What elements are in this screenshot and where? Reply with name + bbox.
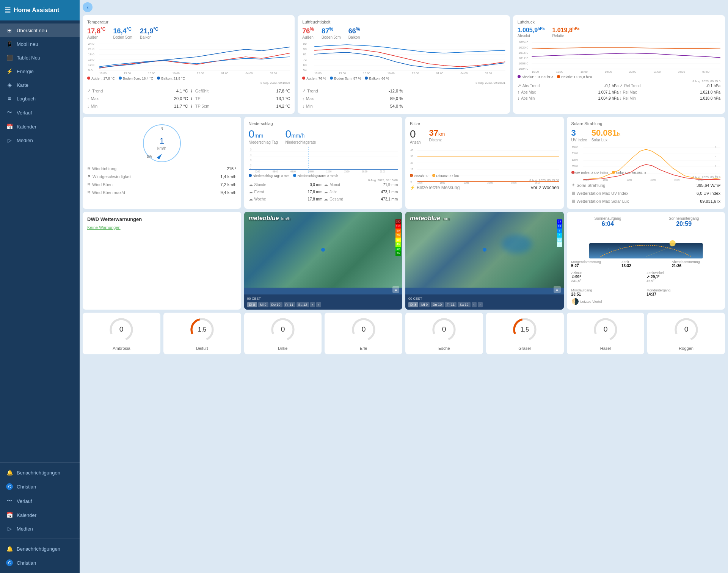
- abs-min-icon: ↓: [518, 96, 520, 100]
- back-button[interactable]: ‹: [83, 2, 93, 12]
- wind-speed-stat: ⚑ Windgeschwindigkeit 1,4 km/h: [87, 173, 237, 180]
- sidebar-item-notifications[interactable]: 🔔 Benachrichtigungen: [0, 466, 80, 479]
- sidebar-item-medien2[interactable]: ▷ Medien: [0, 522, 80, 535]
- map2-tabs: Di 8 Mi 9 Do 10 Fr 11 Sa 12 ‹ ›: [408, 302, 561, 307]
- svg-text:10:00: 10:00: [417, 181, 423, 184]
- moon-phase-icon: 🌗: [571, 298, 579, 305]
- moonset-value: 14:37: [646, 292, 720, 296]
- history-icon: 〜: [6, 109, 13, 116]
- map2-prev-button[interactable]: ‹: [472, 302, 477, 307]
- svg-text:16:00: 16:00: [363, 72, 370, 75]
- sidebar-item-ubersicht[interactable]: ⊞ Übersicht neu: [0, 23, 80, 37]
- svg-text:09:00: 09:00: [308, 170, 314, 173]
- stat-row: [405, 103, 505, 109]
- pressure-chart: 1024.0 1020.0 1016.0 1012.0 1008.0 1004.…: [518, 39, 720, 74]
- stat-label: Trend: [307, 89, 387, 93]
- calendar2-icon: 📅: [6, 512, 13, 518]
- wind-direction-stat: ≋ Windrichtung 215 °: [87, 165, 237, 172]
- menu-icon[interactable]: ☰: [5, 6, 11, 14]
- sidebar-item-kalender[interactable]: 📅 Kalender: [0, 120, 80, 133]
- sidebar-bottom-2: 🔔 Benachrichtigungen C Christian: [0, 539, 80, 573]
- solar-lux: 50.081lx Solar Lux: [592, 128, 621, 142]
- map2-tab-sa12[interactable]: Sa 12: [458, 302, 471, 307]
- wind-speed-display: 1 km/h: [157, 136, 166, 150]
- map1-tab-di8[interactable]: Di 8: [247, 302, 257, 307]
- legend-7: 7: [557, 229, 562, 233]
- rain-year-icon: ☁: [324, 189, 328, 194]
- pollen-esche: 0 Esche: [405, 313, 483, 354]
- lightning-icon: ⚡: [410, 185, 415, 190]
- map1-tab-mi9[interactable]: Mi 9: [258, 302, 268, 307]
- stat-label: Rel Min: [623, 96, 698, 100]
- stat-value: 17,8 °C: [276, 89, 290, 93]
- sidebar-item-verlauf2[interactable]: 〜 Verlauf: [0, 494, 80, 508]
- wind-dir-icon: ≋: [87, 166, 91, 171]
- zenith-angle-label: Zenitwinkel: [646, 271, 720, 275]
- svg-text:89032: 89032: [572, 146, 578, 149]
- press-rel-value: 1.019,8hPa: [552, 27, 579, 34]
- map1-menu-button[interactable]: ≡: [392, 286, 399, 293]
- zenith-angle-values: ↗ 29,1° 46,9°: [646, 275, 720, 283]
- dwd-warning[interactable]: Keine Warnungen: [87, 225, 237, 230]
- stat-value: -0,1 hPa: [604, 84, 619, 88]
- map1-tab-fr11[interactable]: Fr 11: [284, 302, 295, 307]
- stat-value: 1,4 km/h: [220, 174, 236, 179]
- sidebar-item-mobil[interactable]: 📱 Mobil neu: [0, 37, 80, 51]
- temp-aussen: 17,8°C Außen: [87, 27, 106, 39]
- sunrise-label: Sonnenaufgang: [571, 216, 645, 221]
- temp-boden-value: 16,4°C: [113, 27, 133, 35]
- sidebar-item-karte[interactable]: ◈ Karte: [0, 78, 80, 92]
- sidebar-item-label: Energie: [17, 69, 34, 74]
- sidebar-item-energie[interactable]: ⚡ Energie: [0, 64, 80, 78]
- map1-next-button[interactable]: ›: [316, 302, 321, 307]
- stat-value: 54,0 %: [390, 104, 403, 108]
- map2-menu-button[interactable]: ≡: [554, 286, 560, 293]
- pollen-gauge: 1,5: [511, 316, 538, 343]
- svg-text:10:00: 10:00: [314, 72, 322, 75]
- map2-tab-do10[interactable]: Do 10: [431, 302, 444, 307]
- stat-row: 🌡 TP 13,1 °C: [190, 96, 290, 102]
- rain-rate-label: Niederschlagsrate: [286, 140, 316, 144]
- stat-label: Wetterstation Max UV Index: [577, 191, 695, 196]
- sun-azimuth-stats: Azimut ⊙ 99° 231,8° Zenitwinkel ↗ 29,1° …: [571, 271, 721, 283]
- map2-tab-mi9[interactable]: Mi 9: [419, 302, 430, 307]
- map2-tab-fr11[interactable]: Fr 11: [445, 302, 457, 307]
- svg-text:81: 81: [303, 53, 307, 56]
- humidity-values: 76% Außen 87% Boden 5cm 66% Balkon: [302, 27, 505, 39]
- svg-text:4: 4: [715, 155, 716, 158]
- map1-tab-do10[interactable]: Do 10: [270, 302, 282, 307]
- svg-text:19:00: 19:00: [605, 70, 612, 74]
- stat-value: 20,0 °C: [174, 96, 188, 101]
- svg-text:04:00: 04:00: [461, 72, 468, 75]
- map2-tab-di8[interactable]: Di 8: [408, 302, 418, 307]
- stat-value: 1.021,0 hPa: [700, 90, 720, 94]
- sidebar-item-christian[interactable]: C Christian: [0, 479, 80, 494]
- svg-text:1016.0: 1016.0: [518, 52, 529, 55]
- sidebar-item-kalender2[interactable]: 📅 Kalender: [0, 508, 80, 522]
- lightning-count: 0 Anzahl: [410, 128, 422, 144]
- map2-next-button[interactable]: ›: [478, 302, 483, 307]
- sidebar-item-logbuch[interactable]: ≡ Logbuch: [0, 92, 80, 105]
- sidebar-item-verlauf[interactable]: 〜 Verlauf: [0, 105, 80, 120]
- sidebar-item-medien[interactable]: ▷ Medien: [0, 133, 80, 147]
- sidebar-item-tablet[interactable]: ⬛ Tablet Neu: [0, 51, 80, 64]
- svg-text:06:00: 06:00: [535, 181, 541, 184]
- zenith-value: 13:32: [621, 264, 670, 268]
- map1-tab-sa12[interactable]: Sa 12: [297, 302, 309, 307]
- lightning-count-label: Anzahl: [410, 140, 422, 144]
- lightning-distance: 37km Distanz: [429, 128, 445, 144]
- solar-stats: ☀ Solar Strahlung 395,64 W/m² ▦ Wetterst…: [571, 182, 721, 204]
- min-icon: ↓: [87, 104, 89, 108]
- solar-values: 3 UV Index 50.081lx Solar Lux: [571, 128, 721, 142]
- sidebar-item-notifications2[interactable]: 🔔 Benachrichtigungen: [0, 542, 80, 556]
- sidebar-item-label: Verlauf: [17, 498, 32, 504]
- svg-text:22:00: 22:00: [197, 72, 204, 75]
- lightning-values: 0 Anzahl 37km Distanz: [410, 128, 559, 144]
- svg-text:10:00: 10:00: [532, 70, 539, 74]
- svg-text:02:00: 02:00: [511, 181, 517, 184]
- map1-prev-button[interactable]: ‹: [310, 302, 315, 307]
- temp-balkon-label: Balkon: [140, 35, 158, 39]
- sun-stats: Morgendämmerung 5:27 Zenit 13:32 Abenddä…: [571, 260, 721, 268]
- press-absolut: 1.005,9hPa Absolut: [518, 27, 545, 38]
- sidebar-item-christian2[interactable]: C Christian: [0, 556, 80, 570]
